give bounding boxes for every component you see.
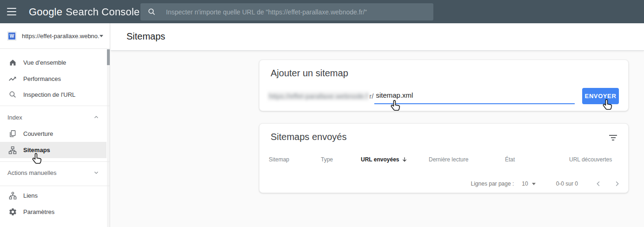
chevron-left-icon bbox=[594, 180, 603, 188]
rows-per-page-dropdown-caret[interactable] bbox=[532, 183, 536, 185]
column-header-last-read[interactable]: Dernière lecture bbox=[429, 156, 468, 163]
sidebar: W https://effet-parallaxe.webno... Vue d… bbox=[0, 23, 110, 227]
column-header-sitemap[interactable]: Sitemap bbox=[269, 156, 289, 163]
section-label: Index bbox=[7, 114, 93, 121]
sidebar-item-label: Performances bbox=[23, 75, 61, 82]
sidebar-section-index[interactable]: Index bbox=[0, 109, 106, 125]
site-favicon: W bbox=[7, 32, 16, 40]
logo-google: Google bbox=[29, 6, 62, 18]
page-title: Sitemaps bbox=[126, 31, 165, 42]
rows-per-page-label: Lignes par page : bbox=[471, 180, 514, 187]
search-placeholder: Inspecter n'importe quelle URL de "https… bbox=[166, 8, 367, 16]
chevron-right-icon bbox=[613, 180, 621, 188]
sidebar-item-url-inspection[interactable]: Inspection de l'URL bbox=[0, 87, 106, 103]
chevron-up-icon bbox=[93, 114, 99, 120]
sitemaps-table-header: Sitemap Type URL envoyées Dernière lectu… bbox=[259, 156, 628, 167]
home-icon bbox=[8, 58, 17, 67]
add-sitemap-title: Ajouter un sitemap bbox=[271, 68, 348, 79]
sidebar-divider bbox=[0, 186, 110, 186]
sidebar-item-label: Vue d'ensemble bbox=[23, 59, 66, 66]
links-hub-icon bbox=[8, 191, 17, 200]
section-label: Actions manuelles bbox=[7, 169, 93, 176]
sidebar-item-links[interactable]: Liens bbox=[0, 187, 106, 204]
sitemap-tree-icon bbox=[8, 146, 17, 155]
submitted-sitemaps-title: Sitemaps envoyés bbox=[271, 132, 346, 142]
menu-icon[interactable] bbox=[7, 8, 16, 15]
chevron-down-icon bbox=[100, 35, 103, 37]
chevron-down-icon bbox=[93, 170, 99, 175]
submit-sitemap-button[interactable]: ENVOYER bbox=[582, 88, 619, 104]
sidebar-item-overview[interactable]: Vue d'ensemble bbox=[0, 54, 106, 71]
sidebar-scrollbar-thumb[interactable] bbox=[107, 49, 110, 65]
pages-copy-icon bbox=[8, 129, 17, 139]
column-header-status[interactable]: État bbox=[505, 156, 515, 163]
search-icon bbox=[147, 7, 156, 16]
sidebar-item-label: Inspection de l'URL bbox=[23, 91, 75, 98]
main-content: Ajouter un sitemap https://effet-paralla… bbox=[111, 51, 644, 227]
rows-per-page-value[interactable]: 10 bbox=[522, 180, 528, 187]
column-header-type[interactable]: Type bbox=[321, 156, 333, 163]
sitemap-url-value: sitemap.xml bbox=[376, 91, 413, 99]
property-url-label: https://effet-parallaxe.webno... bbox=[22, 33, 100, 40]
sidebar-item-coverage[interactable]: Couverture bbox=[0, 126, 106, 142]
sidebar-scrollbar-track[interactable] bbox=[107, 49, 110, 227]
sidebar-item-label: Paramètres bbox=[23, 208, 54, 215]
sidebar-item-sitemaps[interactable]: Sitemaps bbox=[0, 142, 106, 158]
trending-up-icon bbox=[8, 74, 17, 84]
sidebar-item-label: Liens bbox=[23, 192, 38, 199]
magnifier-icon bbox=[8, 90, 17, 100]
sidebar-item-label: Sitemaps bbox=[23, 147, 50, 154]
site-url-prefix-blurred: https://effet-parallaxe.webnode.f bbox=[268, 92, 369, 100]
page-header: Sitemaps bbox=[111, 23, 644, 51]
topbar: GoogleSearch Console Inspecter n'importe… bbox=[0, 0, 644, 23]
filter-icon[interactable] bbox=[609, 135, 617, 140]
logo-product: Search Console bbox=[66, 6, 139, 18]
sitemap-input-row: https://effet-parallaxe.webnode.f r/ sit… bbox=[268, 87, 619, 105]
sidebar-section-manual-actions[interactable]: Actions manuelles bbox=[0, 165, 106, 180]
sidebar-item-settings[interactable]: Paramètres bbox=[0, 204, 106, 220]
next-page-button[interactable] bbox=[612, 179, 622, 188]
gear-icon bbox=[8, 207, 17, 217]
column-header-urls-submitted[interactable]: URL envoyées bbox=[361, 156, 408, 163]
submitted-sitemaps-card: Sitemaps envoyés Sitemap Type URL envoyé… bbox=[259, 123, 629, 193]
sort-down-icon bbox=[401, 156, 408, 163]
url-inspection-searchbar[interactable]: Inspecter n'importe quelle URL de "https… bbox=[140, 3, 433, 20]
column-header-urls-discovered[interactable]: URL découvertes bbox=[569, 156, 612, 163]
sidebar-item-performance[interactable]: Performances bbox=[0, 71, 106, 87]
pagination-range: 0-0 sur 0 bbox=[556, 180, 578, 187]
sitemap-url-input[interactable]: sitemap.xml bbox=[374, 87, 575, 104]
table-pagination: Lignes par page : 10 0-0 sur 0 bbox=[259, 178, 622, 190]
sidebar-divider bbox=[0, 106, 110, 106]
sidebar-divider bbox=[0, 161, 110, 162]
previous-page-button[interactable] bbox=[594, 179, 603, 188]
app-logo[interactable]: GoogleSearch Console bbox=[29, 6, 140, 18]
sidebar-item-label: Couverture bbox=[23, 130, 53, 137]
add-sitemap-card: Ajouter un sitemap https://effet-paralla… bbox=[259, 60, 629, 111]
property-selector[interactable]: W https://effet-parallaxe.webno... bbox=[0, 23, 110, 49]
site-url-prefix: r/ bbox=[369, 92, 373, 100]
